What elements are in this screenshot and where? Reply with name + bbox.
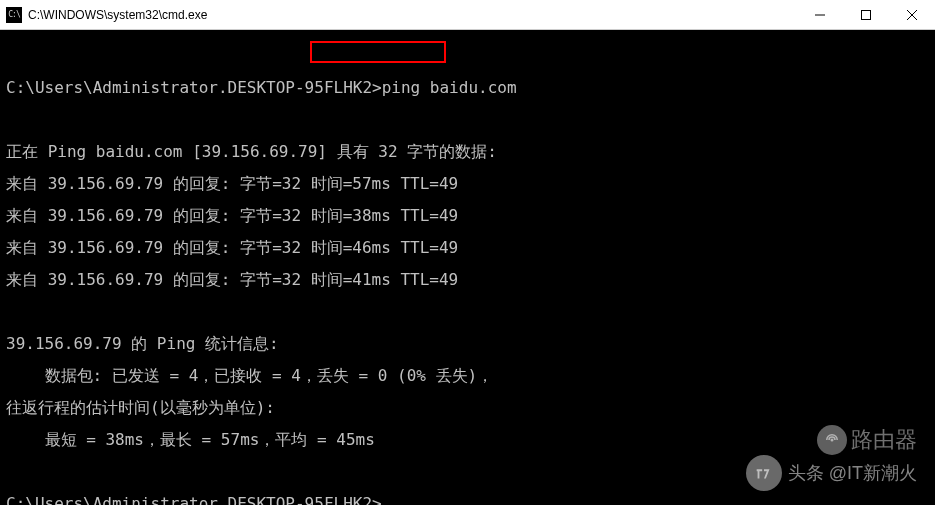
svg-point-4	[831, 439, 833, 441]
close-button[interactable]	[889, 0, 935, 30]
blank-line	[6, 304, 929, 320]
watermark-source-text: 头条 @IT新潮火	[788, 461, 917, 485]
minimize-button[interactable]	[797, 0, 843, 30]
ping-reply: 来自 39.156.69.79 的回复: 字节=32 时间=57ms TTL=4…	[6, 176, 929, 192]
prompt-path: C:\Users\Administrator.DESKTOP-95FLHK2>	[6, 78, 382, 97]
watermark-source: 头条 @IT新潮火	[746, 455, 917, 491]
window-controls	[797, 0, 935, 30]
watermark-router: 路由器	[817, 425, 917, 455]
toutiao-icon	[746, 455, 782, 491]
svg-rect-1	[862, 10, 871, 19]
ping-reply: 来自 39.156.69.79 的回复: 字节=32 时间=41ms TTL=4…	[6, 272, 929, 288]
ping-reply: 来自 39.156.69.79 的回复: 字节=32 时间=38ms TTL=4…	[6, 208, 929, 224]
window-title: C:\WINDOWS\system32\cmd.exe	[28, 8, 207, 22]
maximize-button[interactable]	[843, 0, 889, 30]
watermark-router-text: 路由器	[851, 425, 917, 455]
blank-line	[6, 48, 929, 64]
command-text: ping baidu.com	[382, 78, 517, 97]
ping-header: 正在 Ping baidu.com [39.156.69.79] 具有 32 字…	[6, 144, 929, 160]
stats-title: 39.156.69.79 的 Ping 统计信息:	[6, 336, 929, 352]
title-left: C:\ C:\WINDOWS\system32\cmd.exe	[6, 7, 207, 23]
stats-packets: 数据包: 已发送 = 4，已接收 = 4，丢失 = 0 (0% 丢失)，	[6, 368, 929, 384]
terminal-output[interactable]: C:\Users\Administrator.DESKTOP-95FLHK2>p…	[0, 30, 935, 505]
ping-reply: 来自 39.156.69.79 的回复: 字节=32 时间=46ms TTL=4…	[6, 240, 929, 256]
window-titlebar: C:\ C:\WINDOWS\system32\cmd.exe	[0, 0, 935, 30]
stats-rtt-title: 往返行程的估计时间(以毫秒为单位):	[6, 400, 929, 416]
prompt-line: C:\Users\Administrator.DESKTOP-95FLHK2>p…	[6, 80, 929, 96]
cmd-icon: C:\	[6, 7, 22, 23]
stats-rtt-values: 最短 = 38ms，最长 = 57ms，平均 = 45ms	[6, 432, 929, 448]
router-icon	[817, 425, 847, 455]
blank-line	[6, 112, 929, 128]
prompt-line-end: C:\Users\Administrator.DESKTOP-95FLHK2>	[6, 496, 929, 505]
